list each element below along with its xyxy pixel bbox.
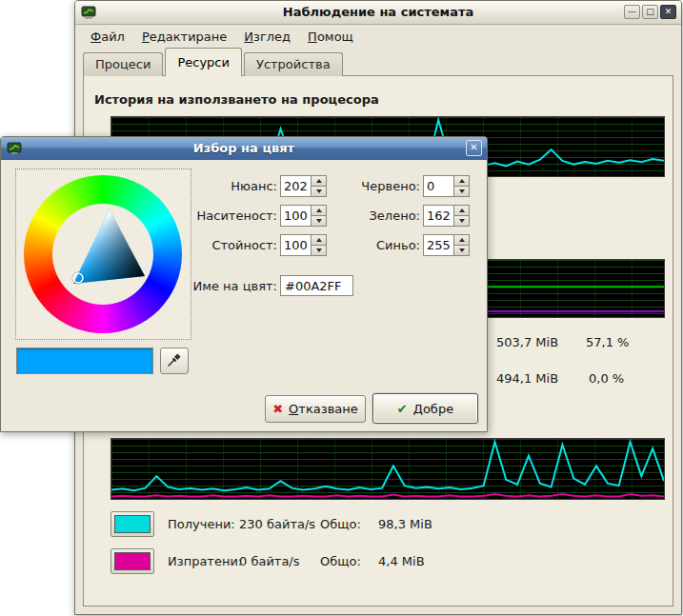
tabstrip: Процеси Ресурси Устройства <box>83 48 345 76</box>
spin-down-icon <box>459 189 465 193</box>
main-titlebar[interactable]: Наблюдение на системата — □ ✕ <box>75 1 681 25</box>
spin-down-icon <box>459 248 465 252</box>
sent-color-swatch <box>114 552 151 570</box>
cancel-button[interactable]: ✖ Отказване <box>265 395 366 423</box>
hue-label: Нюанс: <box>196 175 277 197</box>
red-spin-down-button[interactable] <box>453 187 470 197</box>
spin-up-icon <box>459 209 465 212</box>
spin-down-icon <box>316 248 322 252</box>
ok-icon: ✔ <box>397 402 408 416</box>
swap-used-percent: 0,0 % <box>589 371 624 386</box>
hue-spin-up-button[interactable] <box>311 175 327 187</box>
saturation-label: Наситеност: <box>196 205 277 227</box>
hue-ring[interactable] <box>24 175 182 333</box>
minimize-icon: — <box>628 7 636 16</box>
green-label: Зелено: <box>339 205 420 227</box>
received-total-label: Общо: <box>320 517 361 531</box>
hsv-triangle[interactable] <box>52 204 153 305</box>
hue-ring-hole <box>52 204 153 305</box>
sent-label: Изпратени: <box>168 554 242 568</box>
sent-color-button[interactable] <box>110 548 154 574</box>
received-color-swatch <box>114 515 151 533</box>
menu-item-help[interactable]: Помощ <box>300 27 361 47</box>
spin-down-icon <box>316 189 322 193</box>
menu-item-view[interactable]: Изглед <box>236 27 298 47</box>
menubar: Файл Редактиране Изглед Помощ <box>75 25 681 49</box>
window-title: Наблюдение на системата <box>75 5 681 19</box>
green-spinbox <box>423 205 470 227</box>
red-label: Червено: <box>339 175 420 197</box>
close-button[interactable]: ✕ <box>660 5 676 19</box>
value-label: Стойност: <box>196 234 277 256</box>
dialog-titlebar[interactable]: Избор на цвят ✕ <box>1 137 487 160</box>
hue-spin-down-button[interactable] <box>311 187 327 197</box>
color-picker-dialog: Избор на цвят ✕ <box>0 136 488 432</box>
sent-total-label: Общо: <box>320 554 361 568</box>
desktop: Наблюдение на системата — □ ✕ Файл Редак… <box>0 0 683 616</box>
red-spin-up-button[interactable] <box>453 175 470 187</box>
dialog-icon <box>7 141 22 156</box>
cancel-button-label: Отказване <box>289 402 358 416</box>
close-icon: ✕ <box>665 7 673 16</box>
blue-spin-up-button[interactable] <box>453 234 470 246</box>
color-name-input[interactable] <box>280 275 353 296</box>
menu-item-file[interactable]: Файл <box>83 27 132 47</box>
green-spin-down-button[interactable] <box>453 216 470 227</box>
maximize-icon: □ <box>646 7 654 16</box>
tab-resources[interactable]: Ресурси <box>165 48 242 76</box>
color-wheel-frame <box>15 169 191 340</box>
hue-input[interactable] <box>280 175 311 197</box>
spin-up-icon <box>316 179 322 183</box>
spin-down-icon <box>459 219 465 223</box>
memory-used-percent: 57,1 % <box>586 335 629 349</box>
dialog-close-button[interactable]: ✕ <box>466 140 482 156</box>
received-color-button[interactable] <box>110 511 154 537</box>
window-controls: — □ ✕ <box>624 5 676 19</box>
spin-up-icon <box>459 179 465 183</box>
eyedropper-button[interactable] <box>160 348 189 374</box>
green-input[interactable] <box>423 205 453 227</box>
eyedropper-icon <box>166 351 183 371</box>
received-label: Получени: <box>168 517 235 531</box>
value-input[interactable] <box>280 234 311 256</box>
saturation-spin-down-button[interactable] <box>311 216 327 227</box>
menu-item-edit[interactable]: Редактиране <box>134 27 234 47</box>
value-spin-up-button[interactable] <box>311 234 327 246</box>
spin-up-icon <box>316 238 322 242</box>
swap-used-value: 494,1 MiB <box>496 371 558 386</box>
color-preview <box>16 348 153 374</box>
blue-spinbox <box>423 234 470 256</box>
tab-devices[interactable]: Устройства <box>244 52 343 76</box>
red-spinbox <box>423 175 470 197</box>
maximize-button[interactable]: □ <box>642 5 658 19</box>
tab-processes[interactable]: Процеси <box>83 52 163 76</box>
system-monitor-icon <box>81 5 96 20</box>
received-total: 98,3 MiB <box>378 517 432 531</box>
blue-input[interactable] <box>423 234 453 256</box>
saturation-input[interactable] <box>280 205 311 227</box>
saturation-spin-up-button[interactable] <box>311 205 327 216</box>
spin-down-icon <box>316 219 322 223</box>
green-spin-up-button[interactable] <box>453 205 470 216</box>
minimize-button[interactable]: — <box>624 5 640 19</box>
memory-used-value: 503,7 MiB <box>496 335 558 349</box>
color-name-label: Име на цвят: <box>177 275 277 297</box>
dialog-close-icon: ✕ <box>470 142 477 152</box>
value-spinbox <box>280 234 327 256</box>
spin-up-icon <box>459 238 465 242</box>
sent-rate: 0 байта/s <box>239 554 300 568</box>
spin-up-icon <box>316 209 322 212</box>
saturation-spinbox <box>280 205 327 227</box>
hue-spinbox <box>280 175 327 197</box>
cancel-icon: ✖ <box>272 402 283 416</box>
blue-spin-down-button[interactable] <box>453 246 470 256</box>
dialog-title: Избор на цвят <box>1 141 487 155</box>
blue-label: Синьо: <box>339 234 420 256</box>
value-spin-down-button[interactable] <box>311 246 327 256</box>
sent-total: 4,4 MiB <box>378 554 425 568</box>
red-input[interactable] <box>423 175 453 197</box>
received-rate: 230 байта/s <box>239 517 315 531</box>
network-history-chart <box>110 438 665 500</box>
ok-button-label: Добре <box>413 402 453 416</box>
ok-button[interactable]: ✔ Добре <box>372 393 478 424</box>
